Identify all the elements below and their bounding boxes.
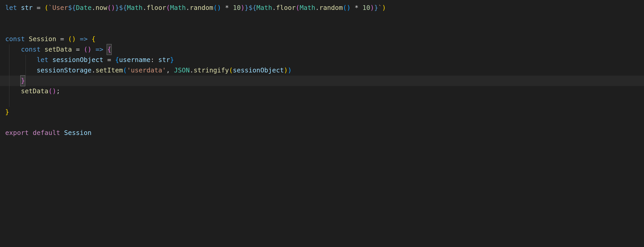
keyword-export: export [5,128,29,138]
variable-sessionobject: sessionObject [233,65,284,76]
fn-setitem: setItem [95,65,123,76]
indent-guide [9,96,9,107]
const-session: Session [29,34,56,44]
indent-guide [9,44,9,55]
dot: . [92,3,95,13]
fn-floor: floor [147,3,166,13]
indent-guide [9,76,9,86]
code-line[interactable]: setData(); [0,86,644,96]
code-line[interactable]: const setData = () => { [0,44,644,55]
indent-guide [26,55,26,65]
paren-open: ( [166,3,170,13]
code-line[interactable]: sessionStorage.setItem('userdata', JSON.… [0,65,644,76]
indent-guide [9,86,9,96]
code-line[interactable]: const Session = () => { [0,34,644,44]
fn-setdata: setData [21,86,48,96]
dot: . [143,3,147,13]
code-line-empty[interactable] [0,96,644,107]
class-json: JSON [174,65,190,76]
class-date: Date [76,3,92,13]
string-text: User [52,3,68,13]
fn-random: random [190,3,213,13]
paren-close: ) [284,65,288,76]
keyword-let: let [5,3,17,13]
code-line[interactable]: } [0,107,644,117]
code-line[interactable]: export default Session [0,128,644,138]
indent [5,76,21,86]
template-expr-open: ${ [248,3,256,13]
indent [5,86,21,96]
class-math: Math [170,3,186,13]
template-expr-close: } [115,3,119,13]
fn-stringify: stringify [194,65,229,76]
paren-close: ) [382,3,386,13]
indent [5,65,37,76]
brace-open: { [115,55,119,65]
string-userdata: 'userdata' [127,65,166,76]
paren-close: ) [241,3,245,13]
equals: = [56,34,68,44]
variable-sessionobject: sessionObject [52,55,104,65]
class-math: Math [127,3,143,13]
keyword-const: const [5,34,25,44]
paren-open: ( [45,3,48,13]
paren-open: ( [123,65,127,76]
fn-floor: floor [276,3,296,13]
comma: , [166,65,174,76]
fn-now: now [95,3,107,13]
indent-guide [26,65,26,76]
paren-close: ) [370,3,374,13]
code-line-empty[interactable] [0,117,644,128]
dot: . [272,3,276,13]
code-line[interactable]: let str = (`User${Date.now()}${Math.floo… [0,3,644,13]
template-expr-open: ${ [119,3,127,13]
code-line-active[interactable]: } [0,76,644,86]
equals: = [103,55,115,65]
brace-close-matched: } [20,75,25,86]
dot: . [92,65,95,76]
variable-str: str [21,3,33,13]
brace-open: { [92,34,95,44]
parens: () [68,34,76,44]
backtick: ` [48,3,52,13]
prop-username: username [119,55,150,65]
paren-open: ( [296,3,300,13]
paren-close: ) [288,65,292,76]
arrow: => [76,34,92,44]
colon: : [150,55,154,65]
equals: = [33,3,44,13]
keyword-const: const [21,44,40,55]
keyword-let: let [37,55,48,65]
parens: () [343,3,351,13]
code-line-empty[interactable] [0,23,644,34]
paren-open: ( [229,65,233,76]
code-line[interactable]: let sessionObject = {username: str} [0,55,644,65]
number: 10 [362,3,370,13]
identifier-session: Session [64,128,92,138]
template-expr-close: } [374,3,378,13]
multiply: * [351,3,362,13]
backtick: ` [378,3,382,13]
dot: . [186,3,190,13]
equals: = [72,44,84,55]
parens: () [107,3,115,13]
variable-sessionstorage: sessionStorage [37,65,92,76]
template-expr-close: } [245,3,248,13]
brace-open-matched: { [107,44,112,55]
semicolon: ; [56,86,60,96]
brace-close: } [170,55,174,65]
class-math: Math [257,3,272,13]
template-expr-open: ${ [68,3,76,13]
number: 10 [233,3,241,13]
code-line-empty[interactable] [0,13,644,23]
space [154,55,158,65]
dot: . [315,3,319,13]
indent-guide [9,65,9,76]
brace-close: } [5,107,9,117]
class-math: Math [300,3,315,13]
fn-random: random [319,3,343,13]
dot: . [190,65,193,76]
code-editor[interactable]: let str = (`User${Date.now()}${Math.floo… [0,3,644,138]
parens: () [213,3,221,13]
variable-str: str [158,55,170,65]
